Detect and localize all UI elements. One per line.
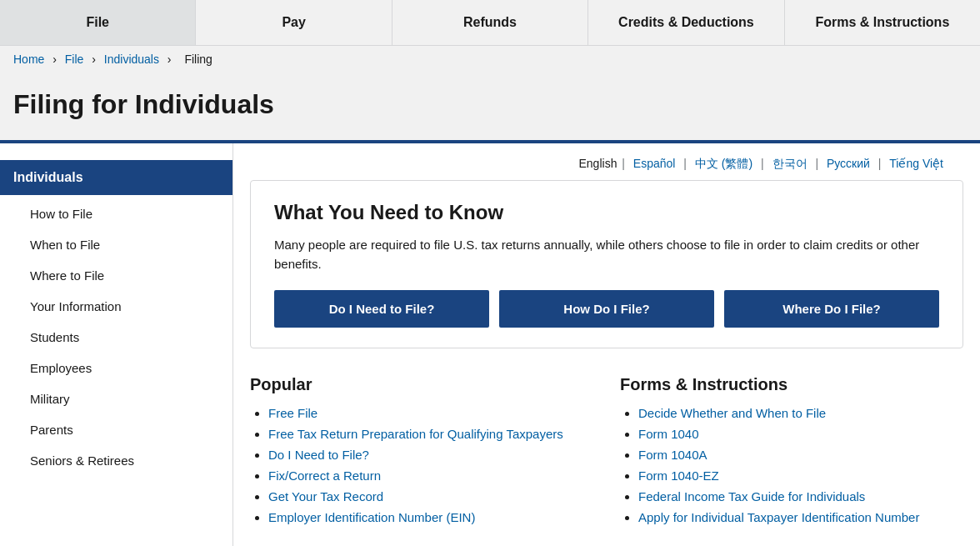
- list-item: Get Your Tax Record: [268, 489, 593, 503]
- popular-link[interactable]: Employer Identification Number (EIN): [268, 510, 475, 524]
- language-bar: English | Español | 中文 (繁體) | 한국어 | Русс…: [250, 143, 963, 180]
- popular-link[interactable]: Get Your Tax Record: [268, 489, 383, 503]
- list-item: Employer Identification Number (EIN): [268, 510, 593, 524]
- nav-item-forms[interactable]: Forms & Instructions: [785, 0, 980, 45]
- list-item: Form 1040: [638, 427, 963, 441]
- sidebar-item-students[interactable]: Students: [0, 322, 232, 353]
- sidebar-item-how-to-file[interactable]: How to File: [0, 198, 232, 229]
- breadcrumb: Home › File › Individuals › Filing: [0, 46, 980, 73]
- sidebar-item-employees[interactable]: Employees: [0, 353, 232, 383]
- info-box-buttons: Do I Need to File?How Do I File?Where Do…: [274, 290, 939, 328]
- forms-link[interactable]: Decide Whether and When to File: [638, 406, 826, 420]
- list-item: Form 1040-EZ: [638, 468, 963, 483]
- sidebar-item-military[interactable]: Military: [0, 383, 232, 414]
- popular-heading: Popular: [250, 375, 593, 394]
- breadcrumb-link-home[interactable]: Home: [13, 53, 44, 66]
- list-item: Federal Income Tax Guide for Individuals: [638, 489, 963, 503]
- sidebar-item-parents[interactable]: Parents: [0, 414, 232, 445]
- cta-button-2[interactable]: Where Do I File?: [724, 290, 939, 328]
- content-area: English | Español | 中文 (繁體) | 한국어 | Русс…: [233, 143, 980, 546]
- forms-link[interactable]: Federal Income Tax Guide for Individuals: [638, 489, 865, 503]
- nav-item-credits[interactable]: Credits & Deductions: [588, 0, 784, 45]
- forms-link[interactable]: Form 1040A: [638, 448, 708, 462]
- popular-link[interactable]: Do I Need to File?: [268, 448, 369, 462]
- list-item: Decide Whether and When to File: [638, 406, 963, 420]
- language-link-2[interactable]: 한국어: [772, 157, 808, 170]
- list-item: Apply for Individual Taxpayer Identifica…: [638, 510, 963, 524]
- forms-instructions-section: Forms & Instructions Decide Whether and …: [620, 375, 963, 531]
- sidebar-item-when-to-file[interactable]: When to File: [0, 229, 232, 260]
- main-layout: Individuals How to FileWhen to FileWhere…: [0, 143, 980, 546]
- popular-link[interactable]: Free File: [268, 406, 318, 420]
- popular-links: Free FileFree Tax Return Preparation for…: [250, 406, 593, 524]
- list-item: Free Tax Return Preparation for Qualifyi…: [268, 427, 593, 441]
- list-item: Form 1040A: [638, 448, 963, 462]
- forms-links: Decide Whether and When to FileForm 1040…: [620, 406, 963, 524]
- language-link-3[interactable]: Русский: [827, 157, 870, 170]
- forms-link[interactable]: Form 1040: [638, 427, 699, 441]
- popular-link[interactable]: Free Tax Return Preparation for Qualifyi…: [268, 427, 563, 441]
- forms-link[interactable]: Form 1040-EZ: [638, 468, 719, 483]
- list-item: Free File: [268, 406, 593, 420]
- two-col-section: Popular Free FileFree Tax Return Prepara…: [250, 375, 963, 531]
- info-box: What You Need to Know Many people are re…: [250, 180, 963, 348]
- forms-instructions-heading: Forms & Instructions: [620, 375, 963, 394]
- sidebar-item-your-information[interactable]: Your Information: [0, 291, 232, 322]
- list-item: Do I Need to File?: [268, 448, 593, 462]
- top-nav: FilePayRefundsCredits & DeductionsForms …: [0, 0, 980, 46]
- popular-section: Popular Free FileFree Tax Return Prepara…: [250, 375, 593, 531]
- info-box-title: What You Need to Know: [274, 201, 939, 224]
- language-link-4[interactable]: Tiếng Việt: [889, 157, 943, 170]
- language-link-1[interactable]: 中文 (繁體): [695, 157, 752, 170]
- cta-button-1[interactable]: How Do I File?: [499, 290, 714, 328]
- page-title: Filing for Individuals: [13, 89, 967, 120]
- nav-item-file[interactable]: File: [0, 0, 196, 45]
- sidebar: Individuals How to FileWhen to FileWhere…: [0, 143, 233, 546]
- sidebar-item-seniors-&-retirees[interactable]: Seniors & Retirees: [0, 445, 232, 476]
- current-language: English: [579, 157, 618, 170]
- breadcrumb-current: Filing: [184, 53, 212, 66]
- cta-button-0[interactable]: Do I Need to File?: [274, 290, 489, 328]
- popular-link[interactable]: Fix/Correct a Return: [268, 468, 381, 483]
- breadcrumb-link-individuals[interactable]: Individuals: [104, 53, 159, 66]
- sidebar-active-item[interactable]: Individuals: [0, 160, 232, 195]
- breadcrumb-link-file[interactable]: File: [65, 53, 84, 66]
- list-item: Fix/Correct a Return: [268, 468, 593, 483]
- language-link-0[interactable]: Español: [633, 157, 676, 170]
- forms-link[interactable]: Apply for Individual Taxpayer Identifica…: [638, 510, 919, 524]
- page-header: Filing for Individuals: [0, 73, 980, 143]
- sidebar-item-where-to-file[interactable]: Where to File: [0, 260, 232, 291]
- info-box-description: Many people are required to file U.S. ta…: [274, 236, 939, 273]
- nav-item-pay[interactable]: Pay: [196, 0, 392, 45]
- nav-item-refunds[interactable]: Refunds: [392, 0, 588, 45]
